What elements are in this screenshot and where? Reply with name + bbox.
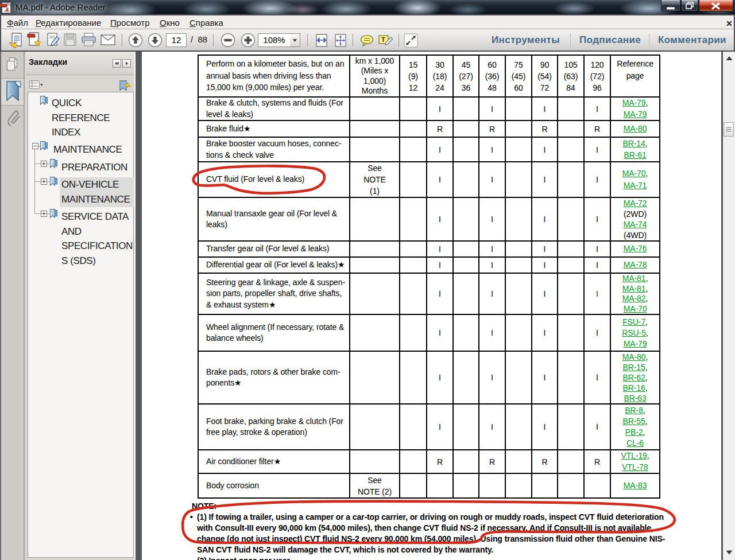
- svg-text:T: T: [381, 36, 385, 43]
